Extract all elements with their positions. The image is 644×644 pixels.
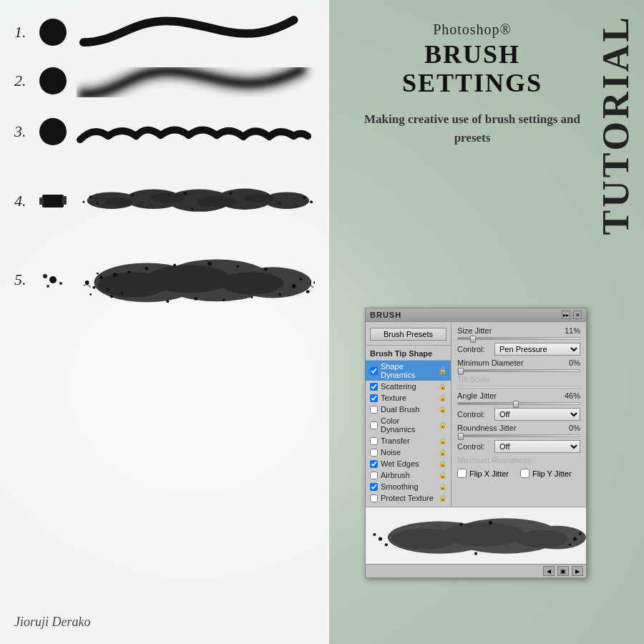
svg-point-74 [474,552,477,555]
svg-point-68 [379,537,382,541]
preview-btn-3[interactable]: ▶ [572,566,583,576]
shape-dynamics-label: Shape Dynamics [381,362,436,379]
min-diameter-label: Minimum Diameter [457,358,523,367]
flip-y-label: Flip Y Jitter [532,469,572,478]
panel-menu-btn[interactable]: ▸▸ [562,311,570,319]
brush-dot-2 [39,67,67,94]
roundness-jitter-value: 0% [559,424,580,432]
brush-dot-3 [39,118,67,145]
panel-item-noise[interactable]: Noise 🔒 [366,447,451,458]
panel-left: Brush Presets Brush Tip Shape Shape Dyna… [366,322,452,507]
svg-point-38 [93,286,96,289]
brush-example-2: 2. [14,63,315,99]
brush-presets-button[interactable]: Brush Presets [370,328,447,341]
transfer-checkbox[interactable] [370,437,378,445]
control-select[interactable]: Pen Pressure [494,343,580,356]
airbrush-checkbox[interactable] [370,472,378,479]
roundness-jitter-slider[interactable] [457,434,580,437]
brush-number-5: 5. [14,270,39,289]
panel-item-shape-dynamics[interactable]: Shape Dynamics 🔒 [366,361,451,381]
panel-item-dual-brush[interactable]: Dual Brush 🔒 [366,404,451,415]
brush-small-dot-5 [39,266,67,293]
color-dynamics-checkbox[interactable] [370,421,378,429]
flip-x-item: Flip X Jitter [457,469,509,478]
svg-point-71 [573,537,577,541]
angle-jitter-label: Angle Jitter [457,391,497,400]
size-jitter-value: 11% [559,326,580,335]
panel-title-text: BRUSH [370,311,401,319]
svg-point-10 [197,196,236,208]
texture-checkbox[interactable] [370,394,378,402]
brush-examples-container: 1. 2. [14,14,315,328]
flip-x-checkbox[interactable] [457,469,467,478]
svg-point-53 [223,298,225,301]
brush-number-2: 2. [14,72,39,90]
tutorial-label: Tutorial [595,14,637,235]
flip-y-checkbox[interactable] [520,469,530,478]
dual-brush-checkbox[interactable] [370,406,378,414]
flip-y-item: Flip Y Jitter [520,469,572,478]
svg-point-19 [279,203,281,205]
brush-stroke-4 [77,172,315,230]
control3-select[interactable]: Off [494,440,580,453]
svg-point-37 [85,280,89,285]
svg-point-9 [150,192,185,203]
svg-point-22 [82,201,84,203]
shape-dynamics-checkbox[interactable] [370,367,378,375]
svg-point-72 [579,532,582,535]
brush-stroke-2 [77,63,315,99]
brush-preview [366,507,586,564]
panel-item-texture[interactable]: Texture 🔒 [366,392,451,404]
control-off-2-row: Control: Off [457,440,580,453]
angle-jitter-thumb[interactable] [513,401,519,408]
panel-item-smoothing[interactable]: Smoothing 🔒 [366,481,451,492]
preview-btn-2[interactable]: ▣ [557,566,569,576]
control2-select[interactable]: Off [494,408,580,421]
lock-icon-1: 🔒 [439,367,447,374]
smoothing-label: Smoothing [381,482,419,491]
svg-point-70 [373,533,376,536]
flip-row: Flip X Jitter Flip Y Jitter [457,469,580,478]
scattering-checkbox[interactable] [370,383,378,391]
min-diameter-row: Minimum Diameter 0% [457,358,580,367]
size-jitter-slider[interactable] [457,337,580,340]
panel-item-airbrush[interactable]: Airbrush 🔒 [366,469,451,481]
author-signature: Jioruji Derako [14,615,90,630]
noise-checkbox[interactable] [370,449,378,457]
svg-point-55 [278,293,281,296]
dual-brush-label: Dual Brush [381,405,419,414]
panel-preview-controls: ◀ ▣ ▶ [366,564,586,577]
svg-point-40 [107,288,109,291]
svg-point-69 [385,543,388,546]
svg-point-57 [173,263,176,266]
panel-item-protect-texture[interactable]: Protect Texture 🔒 [366,492,451,504]
preview-btn-1[interactable]: ◀ [543,566,555,576]
panel-item-wet-edges[interactable]: Wet Edges 🔒 [366,458,451,469]
panel-item-transfer[interactable]: Transfer 🔒 [366,435,451,447]
lock-icon-9: 🔒 [439,472,447,479]
svg-point-13 [97,203,99,205]
min-diameter-slider[interactable] [457,369,580,372]
svg-point-18 [230,192,233,195]
lock-icon-7: 🔒 [439,449,447,456]
roundness-jitter-thumb[interactable] [458,433,464,440]
svg-point-16 [183,192,187,195]
wet-edges-checkbox[interactable] [370,460,378,468]
lock-icon-6: 🔒 [439,437,447,444]
svg-rect-0 [42,195,64,208]
svg-point-30 [47,285,49,288]
panel-item-scattering[interactable]: Scattering 🔒 [366,381,451,392]
min-diameter-value: 0% [559,358,580,367]
smoothing-checkbox[interactable] [370,483,378,491]
protect-texture-checkbox[interactable] [370,494,378,502]
svg-rect-2 [62,196,67,205]
tilt-scale-row: Tilt Scale [457,375,580,384]
size-jitter-thumb[interactable] [470,336,476,343]
wet-edges-label: Wet Edges [381,459,419,468]
angle-jitter-slider[interactable] [457,402,580,405]
panel-item-color-dynamics[interactable]: Color Dynamics 🔒 [366,415,451,435]
min-roundness-label: Minimum Roundness [457,456,531,464]
lock-icon-11: 🔒 [439,494,447,502]
min-diameter-thumb[interactable] [458,368,464,375]
panel-close-btn[interactable]: ✕ [573,311,582,319]
